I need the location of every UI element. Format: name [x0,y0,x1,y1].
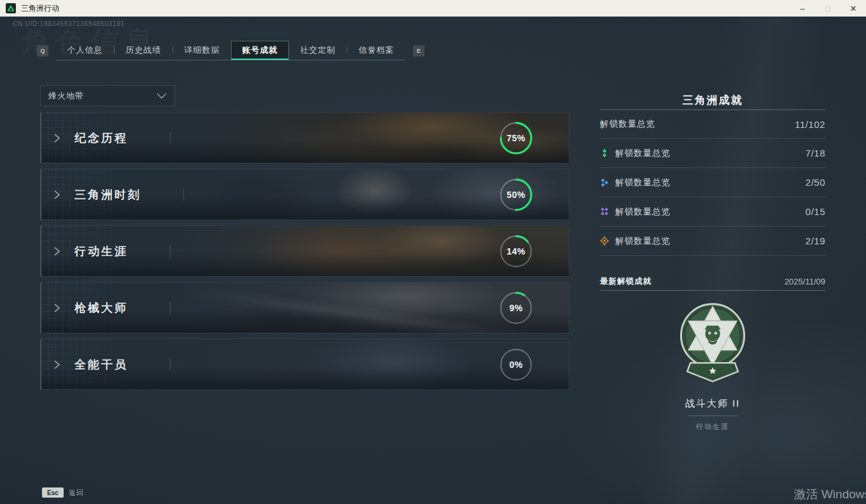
chevron-right-icon [53,133,60,143]
purple-diamonds-icon [600,207,609,216]
tier-unlocked-row: 解锁数量总览 0/15 [600,197,825,226]
divider [183,189,184,200]
tier-unlocked-value: 2/19 [806,235,825,246]
tier-unlocked-label: 解锁数量总览 [615,148,671,159]
divider [600,255,825,256]
category-row-gun-master[interactable]: 枪械大师 ··· 9% [40,282,569,333]
back-label: 返回 [69,488,84,498]
chevron-right-icon [53,360,60,370]
category-progress: 9% [499,291,533,325]
progress-percent: 9% [499,291,533,325]
app-logo-icon [6,3,16,13]
chevron-right-icon [53,246,60,256]
decor-dots: ··· [177,135,186,141]
tier-unlocked-label: 解锁数量总览 [615,206,671,218]
profile-tabbar: Q 个人信息 历史战绩 详细数据 账号成就 社交定制 信誉档案 E [37,41,424,60]
badge-title: 战斗大师 II [685,398,741,410]
total-unlocked-value: 11/102 [795,119,825,130]
tier-unlocked-value: 7/18 [806,148,825,158]
tier-unlocked-label: 解锁数量总览 [615,235,671,247]
divider [688,416,737,416]
prev-tab-key-hint[interactable]: Q [37,45,48,57]
category-label: 纪念历程 [74,130,128,146]
tab-history-stats[interactable]: 历史战绩 [115,41,172,60]
category-row-delta-moments[interactable]: 三角洲时刻 ··· 50% [40,169,569,220]
category-label: 三角洲时刻 [74,187,141,202]
category-label: 全能干员 [74,357,128,372]
decor-dots: ··· [190,192,199,197]
achievements-summary-panel: 三角洲成就 解锁数量总览 11/102 解锁数量总览 7/18 [600,89,825,431]
window-title: 三角洲行动 [21,3,59,14]
tab-personal-info[interactable]: 个人信息 [56,41,114,60]
divider [170,302,171,314]
tier-unlocked-label: 解锁数量总览 [615,177,671,188]
category-label: 枪械大师 [74,300,128,316]
category-progress: 0% [499,347,533,382]
chevron-right-icon [53,190,60,200]
progress-percent: 0% [499,347,533,382]
blue-diamonds-icon [600,178,609,187]
green-diamonds-icon [600,148,609,158]
decor-dots: ··· [177,361,186,367]
total-unlocked-row: 解锁数量总览 11/102 [600,110,825,138]
panel-title: 三角洲成就 [600,92,825,109]
category-progress: 14% [499,234,533,269]
orange-diamond-icon [600,236,609,246]
tab-detailed-data[interactable]: 详细数据 [173,41,231,60]
category-progress: 50% [499,178,533,212]
achievement-category-list: 纪念历程 ··· 75% 三角洲时刻 ··· 50% [40,112,569,395]
latest-achievement-date: 2025/11/09 [785,277,825,286]
mode-filter-selected: 烽火地带 [48,90,84,102]
window-titlebar: 三角洲行动 – □ ✕ [0,0,866,17]
divider [170,132,171,144]
footer-bar: Esc 返回 [42,487,84,498]
progress-percent: 50% [499,178,533,212]
tier-unlocked-row: 解锁数量总览 2/50 [600,168,825,197]
progress-percent: 14% [499,234,533,269]
category-row-operation-career[interactable]: 行动生涯 ··· 14% [40,225,569,277]
minimize-button[interactable]: – [790,0,815,17]
windows-activation-watermark: 激活 Windows [794,486,866,503]
divider [170,246,171,257]
mode-filter-dropdown[interactable]: 烽火地带 [40,85,175,106]
category-progress: 75% [499,121,533,155]
tab-account-achievements[interactable]: 账号成就 [231,41,289,60]
chevron-down-icon [157,93,167,99]
badge-category: 行动生涯 [696,422,729,431]
decor-dots: ··· [177,248,186,254]
tab-reputation-archive[interactable]: 信誉档案 [347,41,405,60]
latest-achievement-row: 最新解锁成就 2025/11/09 [600,273,825,291]
tab-social-customization[interactable]: 社交定制 [289,41,347,60]
category-row-all-round-operator[interactable]: 全能干员 ··· 0% [40,339,569,390]
latest-achievement-badge: 战斗大师 II 行动生涯 [600,298,825,431]
next-tab-key-hint[interactable]: E [413,45,424,57]
tier-unlocked-row: 解锁数量总览 7/18 [600,139,825,167]
tier-unlocked-value: 2/50 [806,177,825,188]
game-stage: CN.UID:188345937136848503191 角色信息 Q 个人信息… [0,17,866,504]
latest-achievement-label: 最新解锁成就 [600,276,652,287]
tier-unlocked-value: 0/15 [806,206,825,217]
category-label: 行动生涯 [74,244,128,259]
decor-dots: ··· [177,305,186,311]
maximize-button[interactable]: □ [815,0,841,17]
total-unlocked-label: 解锁数量总览 [600,118,655,130]
divider [170,359,171,370]
combat-master-badge-icon [675,298,750,391]
progress-percent: 75% [499,121,533,155]
close-button[interactable]: ✕ [841,0,866,17]
tier-unlocked-row: 解锁数量总览 2/19 [600,227,825,255]
esc-key-hint[interactable]: Esc [42,487,64,498]
category-row-memorial-journey[interactable]: 纪念历程 ··· 75% [40,112,569,164]
chevron-right-icon [53,303,60,313]
